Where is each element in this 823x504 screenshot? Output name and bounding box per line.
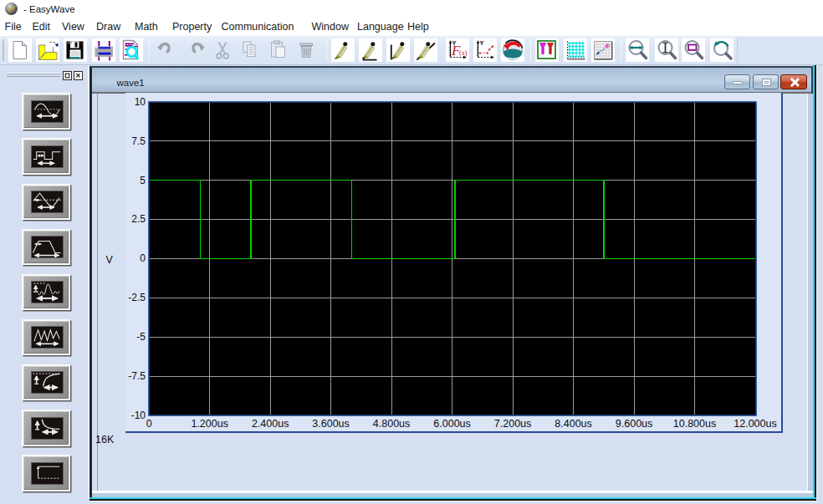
- svg-text:Y: Y: [480, 39, 484, 47]
- svg-text:(x): (x): [459, 49, 468, 57]
